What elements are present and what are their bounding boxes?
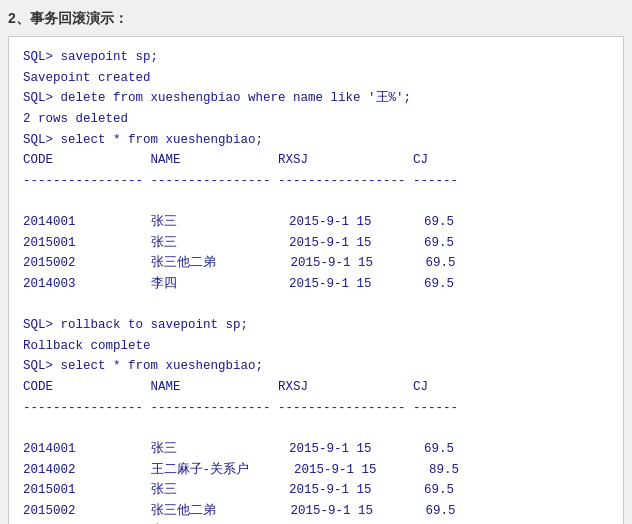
- code-line: 2014002 王二麻子-关系户 2015-9-1 15 89.5: [23, 460, 609, 481]
- code-line: 2014001 张三 2015-9-1 15 69.5: [23, 439, 609, 460]
- code-line: ---------------- ---------------- ------…: [23, 398, 609, 419]
- code-line: ---------------- ---------------- ------…: [23, 171, 609, 192]
- code-line: 2015002 张三他二弟 2015-9-1 15 69.5: [23, 501, 609, 522]
- code-line: Savepoint created: [23, 68, 609, 89]
- section-title-text: 2、事务回滚演示：: [8, 10, 128, 28]
- code-line: CODE NAME RXSJ CJ: [23, 377, 609, 398]
- code-line: SQL> select * from xueshengbiao;: [23, 356, 609, 377]
- code-line: 2015001 张三 2015-9-1 15 69.5: [23, 233, 609, 254]
- code-line: 2014001 张三 2015-9-1 15 69.5: [23, 212, 609, 233]
- code-line: [23, 418, 609, 439]
- code-line: [23, 191, 609, 212]
- code-line: Rollback complete: [23, 336, 609, 357]
- code-line: SQL> savepoint sp;: [23, 47, 609, 68]
- code-line: 2015002 张三他二弟 2015-9-1 15 69.5: [23, 253, 609, 274]
- code-line: [23, 295, 609, 316]
- page-container: 2、事务回滚演示： SQL> savepoint sp;Savepoint cr…: [0, 0, 632, 524]
- code-line: SQL> rollback to savepoint sp;: [23, 315, 609, 336]
- code-line: 2014003 李四 2015-9-1 15 69.5: [23, 274, 609, 295]
- code-line: SQL> select * from xueshengbiao;: [23, 130, 609, 151]
- code-box: SQL> savepoint sp;Savepoint createdSQL> …: [8, 36, 624, 524]
- code-line: 2015001 张三 2015-9-1 15 69.5: [23, 480, 609, 501]
- code-line: SQL> delete from xueshengbiao where name…: [23, 88, 609, 109]
- code-line: CODE NAME RXSJ CJ: [23, 150, 609, 171]
- code-line: 2 rows deleted: [23, 109, 609, 130]
- section-title: 2、事务回滚演示：: [8, 10, 624, 28]
